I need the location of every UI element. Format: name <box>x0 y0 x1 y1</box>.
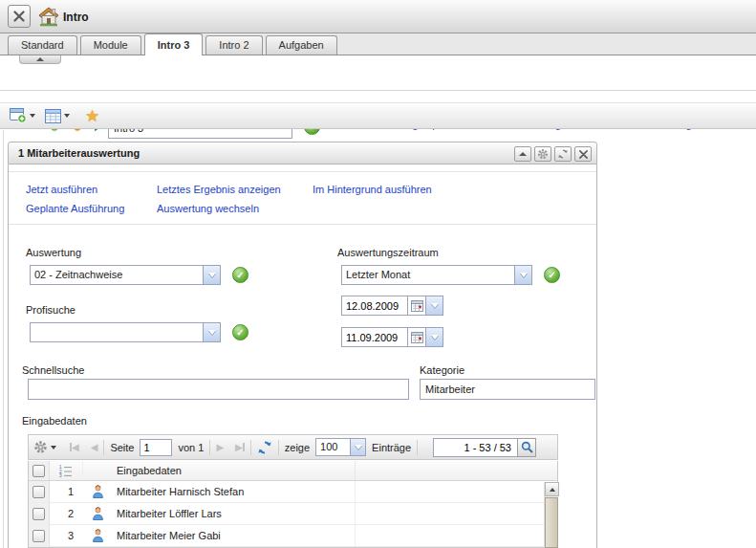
table-row[interactable]: 2 Mitarbeiter Löffler Lars <box>29 503 557 525</box>
date-from-input[interactable] <box>341 296 408 316</box>
run-in-background-link[interactable]: Im Hintergrund ausführen <box>313 184 432 195</box>
gear-icon <box>33 440 48 454</box>
data-column-header[interactable]: Eingabedaten <box>112 461 356 480</box>
calendar-button[interactable] <box>408 327 426 347</box>
close-icon <box>579 150 588 159</box>
refresh-icon <box>257 440 272 455</box>
chevron-down-icon <box>51 446 56 449</box>
first-page-button[interactable]: ◀ <box>70 443 79 452</box>
favorite-star-icon[interactable]: ★ <box>85 108 99 124</box>
row-text: Mitarbeiter Harnisch Stefan <box>112 481 356 502</box>
zeige-label: zeige <box>285 442 310 453</box>
separator <box>9 171 596 172</box>
layout-menu-button[interactable] <box>45 109 70 123</box>
dropdown-trigger-button[interactable] <box>514 266 531 284</box>
last-page-button[interactable]: ▶ <box>235 443 245 452</box>
schnellsuche-label: Schnellsuche <box>22 364 84 376</box>
schnellsuche-input[interactable] <box>28 379 409 400</box>
next-page-button[interactable]: ▶ <box>216 443 224 452</box>
zeitraum-value: Letzter Monat <box>342 266 514 284</box>
dropdown-trigger-button[interactable] <box>203 266 220 284</box>
scheduled-run-link[interactable]: Geplante Ausführung <box>26 203 124 214</box>
dropdown-trigger-button[interactable] <box>426 296 443 316</box>
separator <box>9 224 596 225</box>
select-all-checkbox[interactable] <box>32 465 45 477</box>
chevron-down-icon <box>208 330 216 335</box>
tab-bar: Standard Module Intro 3 Intro 2 Aufgaben <box>0 33 756 55</box>
grid-vertical-scrollbar[interactable] <box>544 482 558 548</box>
kategorie-input[interactable] <box>420 379 595 400</box>
page-count-label: von 1 <box>178 442 204 453</box>
grid-refresh-button[interactable] <box>257 440 272 455</box>
chevron-down-icon <box>64 114 70 118</box>
close-panel-button[interactable] <box>574 146 592 162</box>
close-window-button[interactable] <box>8 5 31 28</box>
range-search-group <box>433 438 535 457</box>
auswertung-label: Auswertung <box>26 247 81 258</box>
scrollbar-thumb[interactable] <box>545 497 558 548</box>
tab-aufgaben[interactable]: Aufgaben <box>266 35 337 55</box>
icon-column-header[interactable] <box>83 461 112 480</box>
separator <box>209 440 210 455</box>
close-icon <box>13 11 25 22</box>
tab-intro-3[interactable]: Intro 3 <box>144 33 204 55</box>
row-check-cell[interactable] <box>29 525 50 546</box>
window-add-icon <box>10 108 27 123</box>
table-row[interactable]: 3 Mitarbeiter Meier Gabi <box>29 525 557 547</box>
search-button[interactable] <box>517 438 536 457</box>
grid-settings-button[interactable] <box>33 440 56 454</box>
date-to-input[interactable] <box>341 327 408 347</box>
auswertung-value: 02 - Zeitnachweise <box>31 266 203 284</box>
select-all-cell[interactable] <box>29 461 50 480</box>
row-check-cell[interactable] <box>29 503 50 524</box>
row-checkbox[interactable] <box>32 486 45 498</box>
auswertung-select[interactable]: 02 - Zeitnachweise <box>30 265 221 285</box>
row-text: Mitarbeiter Löffler Lars <box>112 503 356 524</box>
profisuche-value <box>31 323 203 341</box>
collapse-toolbar-handle[interactable] <box>19 55 61 64</box>
zeitraum-select[interactable]: Letzter Monat <box>341 265 532 285</box>
search-icon <box>521 441 533 453</box>
panel-settings-button[interactable] <box>534 146 551 162</box>
profisuche-select[interactable] <box>30 322 221 342</box>
prev-page-button[interactable]: ◀ <box>91 443 98 452</box>
chevron-down-icon <box>431 303 439 308</box>
content-left-border <box>3 130 4 548</box>
table-row[interactable]: 1 Mitarbeiter Harnisch Stefan <box>29 481 557 503</box>
row-checkbox[interactable] <box>32 508 45 520</box>
separator <box>417 440 418 455</box>
chevron-down-icon <box>431 335 439 340</box>
intro-toolbar: ✓ Als Vorlage speichern Aus Vorlage lade… <box>0 55 756 91</box>
person-icon <box>83 481 112 502</box>
panel-refresh-button[interactable] <box>554 146 572 162</box>
dropdown-trigger-button[interactable] <box>350 439 365 455</box>
last-page-icon <box>243 443 245 451</box>
tab-intro-2[interactable]: Intro 2 <box>205 35 262 55</box>
date-from-group <box>341 296 443 316</box>
page-size-select[interactable]: 100 <box>315 438 366 456</box>
row-number-column-header[interactable]: 1 2 3 <box>50 461 83 480</box>
row-checkbox[interactable] <box>32 530 45 542</box>
prev-page-icon: ◀ <box>91 443 98 452</box>
add-portlet-button[interactable] <box>10 108 35 123</box>
row-check-cell[interactable] <box>29 481 50 502</box>
panel-header: 1 Mitarbeiterauswertung <box>8 142 597 164</box>
tab-module[interactable]: Module <box>80 35 141 55</box>
window-title: Intro <box>63 11 89 24</box>
calendar-button[interactable] <box>408 296 426 316</box>
valid-check-icon: ✓ <box>232 324 248 340</box>
scroll-up-button[interactable] <box>545 482 559 496</box>
collapse-panel-button[interactable] <box>514 146 531 162</box>
switch-report-link[interactable]: Auswertung wechseln <box>157 203 259 214</box>
dropdown-trigger-button[interactable] <box>203 323 220 341</box>
run-now-link[interactable]: Jetzt ausführen <box>26 184 97 195</box>
page-number-input[interactable] <box>140 439 172 456</box>
gear-icon <box>537 148 549 160</box>
tab-standard[interactable]: Standard <box>8 35 77 55</box>
panel-title: 1 Mitarbeiterauswertung <box>18 147 140 159</box>
date-to-group <box>341 327 443 347</box>
seite-label: Seite <box>110 442 134 453</box>
show-last-result-link[interactable]: Letztes Ergebnis anzeigen <box>157 184 281 195</box>
zeitraum-label: Auswertungszeitraum <box>337 247 439 258</box>
dropdown-trigger-button[interactable] <box>426 327 443 347</box>
